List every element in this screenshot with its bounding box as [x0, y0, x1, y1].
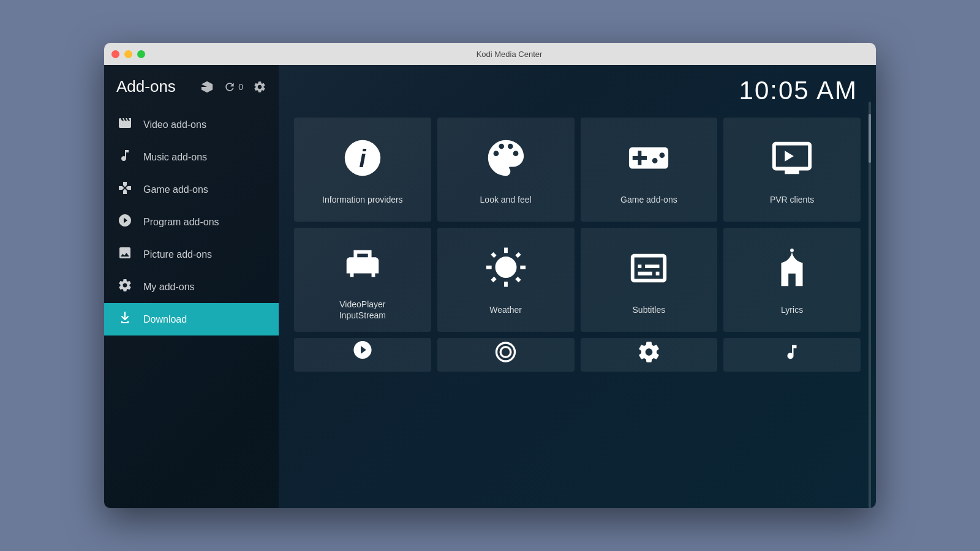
- card-weather[interactable]: Weather: [437, 228, 575, 332]
- sidebar-item-program[interactable]: Program add-ons: [104, 206, 279, 238]
- sidebar-item-download[interactable]: Download: [104, 303, 279, 335]
- sidebar-music-label: Music add-ons: [143, 152, 207, 163]
- sidebar-myadd-label: My add-ons: [143, 282, 195, 293]
- card-pvr-clients-label: PVR clients: [770, 194, 814, 205]
- app-body: Add-ons 0: [104, 65, 876, 508]
- partial-icon-1: [347, 338, 378, 367]
- card-subtitles-label: Subtitles: [633, 304, 666, 315]
- update-count: 0: [238, 82, 243, 92]
- partial-card-4[interactable]: [723, 338, 861, 372]
- sidebar-game-label: Game add-ons: [143, 184, 208, 195]
- update-button[interactable]: 0: [224, 81, 243, 93]
- card-game-addons-label: Game add-ons: [620, 194, 677, 205]
- scrollbar[interactable]: [869, 102, 871, 508]
- partial-card-2[interactable]: [437, 338, 575, 372]
- program-icon: [116, 213, 134, 231]
- card-subtitles[interactable]: Subtitles: [581, 228, 718, 332]
- myadd-icon: [116, 278, 134, 296]
- titlebar: Kodi Media Center: [104, 43, 876, 65]
- card-videoplayer[interactable]: VideoPlayerInputStream: [294, 228, 431, 332]
- sidebar-item-music[interactable]: Music add-ons: [104, 141, 279, 173]
- refresh-icon: [224, 81, 236, 93]
- partial-card-1[interactable]: [294, 338, 431, 372]
- sidebar: Add-ons 0: [104, 65, 279, 508]
- card-info-providers[interactable]: i Information providers: [294, 118, 431, 222]
- sidebar-video-label: Video add-ons: [143, 119, 206, 130]
- card-weather-label: Weather: [489, 304, 522, 315]
- partial-icon-4: [783, 340, 801, 367]
- maximize-button[interactable]: [137, 50, 145, 58]
- settings-icon: [253, 80, 266, 94]
- scrollbar-thumb[interactable]: [869, 114, 871, 163]
- settings-button[interactable]: [253, 80, 266, 94]
- info-providers-icon: i: [341, 137, 384, 186]
- clock-display: 10:05 AM: [739, 76, 858, 105]
- close-button[interactable]: [111, 50, 119, 58]
- subtitles-icon: [627, 247, 670, 296]
- main-window: Kodi Media Center Add-ons: [104, 43, 876, 508]
- card-lyrics-label: Lyrics: [781, 304, 803, 315]
- weather-icon: [484, 247, 527, 296]
- svg-text:i: i: [359, 144, 367, 172]
- card-game-addons[interactable]: Game add-ons: [581, 118, 718, 222]
- minimize-button[interactable]: [124, 50, 132, 58]
- partial-icon-3: [632, 340, 666, 367]
- sidebar-nav: Video add-ons Music add-ons: [104, 102, 279, 508]
- card-look-feel[interactable]: Look and feel: [437, 118, 575, 222]
- grid-row-3-partial: [294, 338, 861, 372]
- sidebar-download-label: Download: [143, 314, 187, 325]
- look-feel-icon: [484, 137, 527, 186]
- window-title: Kodi Media Center: [150, 50, 869, 59]
- card-pvr-clients[interactable]: PVR clients: [723, 118, 861, 222]
- grid-row-2: VideoPlayerInputStream Weather: [294, 228, 861, 332]
- sidebar-header: Add-ons 0: [104, 65, 279, 102]
- download-icon: [116, 310, 134, 328]
- sidebar-picture-label: Picture add-ons: [143, 249, 212, 260]
- card-videoplayer-label: VideoPlayerInputStream: [339, 299, 386, 321]
- sidebar-program-label: Program add-ons: [143, 217, 219, 228]
- picture-icon: [116, 246, 134, 263]
- game-icon: [116, 181, 134, 198]
- music-icon: [116, 148, 134, 166]
- sidebar-item-picture[interactable]: Picture add-ons: [104, 238, 279, 271]
- svg-point-2: [790, 249, 794, 252]
- game-addons-icon: [627, 137, 670, 186]
- pvr-clients-icon: [771, 137, 813, 186]
- partial-icon-2: [489, 340, 522, 367]
- card-look-feel-label: Look and feel: [480, 194, 532, 205]
- sidebar-title: Add-ons: [116, 77, 176, 96]
- partial-card-3[interactable]: [581, 338, 718, 372]
- box-icon: [200, 80, 214, 94]
- sidebar-icons: 0: [200, 80, 266, 94]
- card-info-providers-label: Information providers: [322, 194, 403, 205]
- sidebar-item-game[interactable]: Game add-ons: [104, 173, 279, 206]
- main-content: 10:05 AM i Information providers: [279, 65, 876, 508]
- top-bar: 10:05 AM: [279, 65, 876, 111]
- sidebar-item-myadd[interactable]: My add-ons: [104, 271, 279, 303]
- lyrics-icon: [771, 247, 813, 296]
- addon-grid: i Information providers Look and feel: [279, 111, 876, 508]
- grid-row-1: i Information providers Look and feel: [294, 118, 861, 222]
- video-icon: [116, 116, 134, 133]
- sidebar-item-video[interactable]: Video add-ons: [104, 108, 279, 141]
- card-lyrics[interactable]: Lyrics: [723, 228, 861, 332]
- videoplayer-icon: [341, 241, 384, 290]
- addons-box-button[interactable]: [200, 80, 214, 94]
